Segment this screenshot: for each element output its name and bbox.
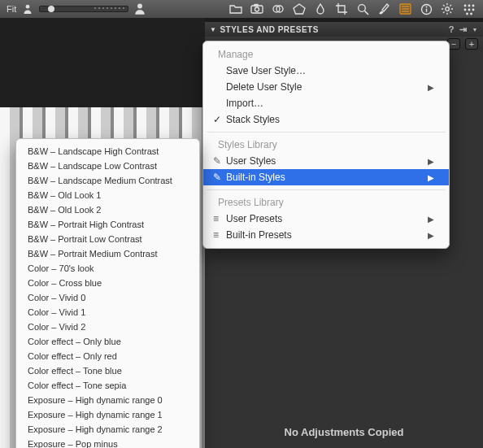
svg-point-3 (255, 7, 259, 11)
builtin-styles-submenu: B&W – Landscape High Contrast B&W – Land… (15, 138, 200, 448)
droplet-icon[interactable] (314, 2, 327, 15)
menu-heading-manage: Manage (203, 46, 449, 63)
panel-menu-forward-icon[interactable]: ⇥ (459, 24, 468, 35)
style-item[interactable]: Color – Vivid 2 (16, 320, 199, 334)
panel-menu-dropdown-icon[interactable]: ▼ (472, 27, 478, 33)
svg-point-10 (425, 6, 427, 7)
camera-icon[interactable] (250, 2, 263, 15)
label: User Styles (226, 155, 276, 167)
style-item[interactable]: B&W – Landscape High Contrast (16, 144, 199, 159)
style-item[interactable]: Color effect – Tone sepia (16, 378, 199, 393)
pentagon-icon[interactable] (293, 2, 306, 15)
style-item[interactable]: B&W – Old Look 2 (16, 202, 199, 217)
style-item[interactable]: B&W – Landscape Medium Contrast (16, 173, 199, 188)
style-item[interactable]: B&W – Landscape Low Contrast (16, 159, 199, 173)
style-item[interactable]: B&W – Portrait Low Contrast (16, 232, 199, 246)
style-item[interactable]: Color – Vivid 0 (16, 290, 199, 305)
menu-import[interactable]: Import… (203, 95, 449, 111)
label: Save User Style… (226, 65, 306, 76)
style-item[interactable]: Exposure – Pop minus (16, 437, 199, 448)
top-toolbar: Fit (0, 0, 483, 18)
style-item[interactable]: Color – Cross blue (16, 276, 199, 290)
style-item[interactable]: Color effect – Tone blue (16, 363, 199, 378)
submenu-arrow-icon: ▶ (428, 83, 434, 92)
style-item[interactable]: B&W – Portrait High Contrast (16, 217, 199, 232)
brush-icon[interactable] (377, 2, 390, 15)
zoom-slider[interactable] (39, 6, 128, 12)
presets-small-icon: ≡ (213, 213, 223, 224)
folder-icon[interactable] (229, 2, 242, 15)
disclosure-triangle-icon[interactable]: ▼ (210, 26, 216, 33)
brush-small-icon: ✎ (213, 155, 223, 167)
menu-built-in-styles[interactable]: ✎Built-in Styles▶ (203, 169, 449, 185)
menu-built-in-presets[interactable]: ≡Built-in Presets▶ (203, 227, 449, 243)
svg-point-11 (446, 7, 450, 11)
magnifier-icon[interactable] (356, 2, 369, 15)
style-item[interactable]: Color effect – Only red (16, 349, 199, 363)
list-box-icon[interactable] (398, 2, 411, 15)
svg-point-16 (468, 8, 470, 11)
person-left-icon[interactable] (21, 2, 34, 15)
style-item[interactable]: B&W – Portrait Medium Contrast (16, 246, 199, 261)
style-item[interactable]: Exposure – High dynamic range 0 (16, 393, 199, 407)
submenu-arrow-icon: ▶ (428, 231, 434, 240)
svg-point-15 (463, 8, 466, 11)
menu-heading-presets-library: Presets Library (203, 194, 449, 211)
submenu-arrow-icon: ▶ (428, 173, 434, 182)
label: Import… (226, 98, 263, 109)
svg-point-18 (466, 12, 468, 15)
overlap-circles-icon[interactable] (272, 2, 285, 15)
menu-separator (207, 132, 446, 133)
menu-save-user-style[interactable]: Save User Style… (203, 63, 449, 79)
svg-point-0 (26, 5, 30, 9)
panel-title: STYLES AND PRESETS (220, 25, 318, 34)
fit-label[interactable]: Fit (7, 4, 16, 14)
check-icon: ✓ (213, 114, 221, 125)
styles-manage-menu: Manage Save User Style… Delete User Styl… (202, 41, 450, 249)
menu-delete-user-style[interactable]: Delete User Style▶ (203, 79, 449, 95)
style-item[interactable]: B&W – Old Look 1 (16, 188, 199, 202)
crop-icon[interactable] (335, 2, 348, 15)
help-icon[interactable]: ? (449, 24, 455, 34)
svg-point-7 (358, 4, 365, 11)
menu-user-styles[interactable]: ✎User Styles▶ (203, 153, 449, 169)
svg-point-17 (472, 8, 474, 11)
info-circle-icon[interactable] (420, 2, 433, 15)
svg-point-1 (137, 4, 142, 9)
style-item[interactable]: Exposure – High dynamic range 2 (16, 422, 199, 437)
label: User Presets (226, 213, 282, 224)
submenu-arrow-icon: ▶ (428, 157, 434, 166)
menu-stack-styles[interactable]: ✓Stack Styles (203, 111, 449, 128)
gear-icon[interactable] (441, 2, 454, 15)
plus-button[interactable]: + (465, 38, 478, 50)
style-item[interactable]: Color – 70's look (16, 261, 199, 276)
label: Built-in Styles (226, 172, 285, 183)
presets-small-icon: ≡ (213, 229, 223, 241)
style-item[interactable]: Color effect – Only blue (16, 334, 199, 349)
submenu-arrow-icon: ▶ (428, 215, 434, 224)
menu-separator (207, 189, 446, 190)
tool-icons (221, 2, 483, 15)
svg-point-14 (472, 4, 474, 7)
label: Delete User Style (226, 81, 302, 93)
person-right-icon[interactable] (133, 2, 146, 15)
style-item[interactable]: Color – Vivid 1 (16, 305, 199, 320)
no-adjustments-label: No Adjustments Copied (205, 426, 483, 438)
label: Built-in Presets (226, 229, 292, 241)
svg-point-12 (463, 4, 466, 7)
menu-heading-styles-library: Styles Library (203, 137, 449, 153)
label: Stack Styles (226, 114, 280, 125)
grid-icon[interactable] (462, 2, 475, 15)
svg-point-13 (468, 4, 470, 7)
brush-small-icon: ✎ (213, 172, 223, 183)
menu-user-presets[interactable]: ≡User Presets▶ (203, 211, 449, 227)
style-item[interactable]: Exposure – High dynamic range 1 (16, 407, 199, 422)
svg-point-19 (470, 12, 472, 15)
panel-header[interactable]: ▼ STYLES AND PRESETS ? ⇥ ▼ (205, 22, 483, 37)
